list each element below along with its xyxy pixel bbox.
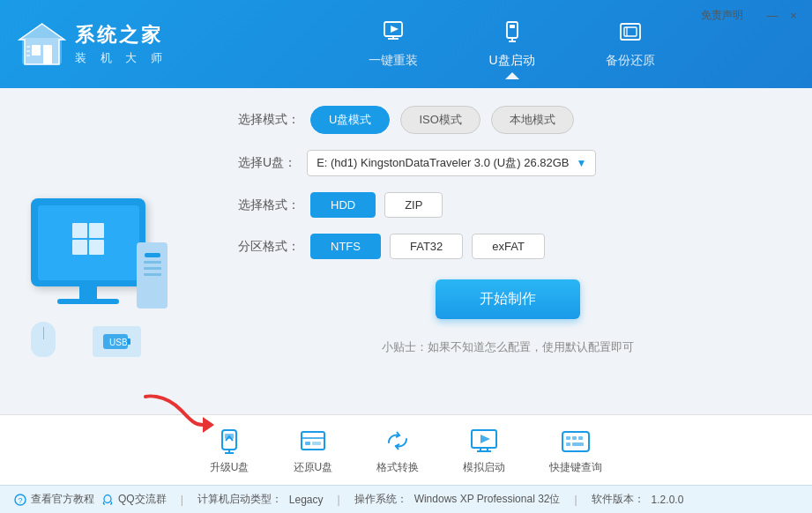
tower-btn1: [145, 253, 160, 257]
svg-rect-11: [507, 22, 518, 38]
statusbar: ? 查看官方教程 QQ交流群 | 计算机启动类型： Legacy | 操作系统：…: [0, 485, 812, 513]
statusbar-divider2: |: [338, 494, 340, 506]
computer-illustration: USB: [22, 198, 181, 375]
tower-slot3: [144, 273, 161, 276]
toolbar-convert[interactable]: 格式转换: [376, 425, 419, 475]
bottom-toolbar: 升级U盘 还原U盘 格式转换: [0, 414, 812, 485]
partition-buttons: NTFS FAT32 exFAT: [310, 234, 545, 259]
convert-icon: [382, 425, 413, 457]
usb-select-label: 选择U盘：: [238, 155, 296, 171]
toolbar-simulate-label: 模拟启动: [463, 460, 505, 475]
shortcut-icon: [560, 425, 592, 457]
svg-rect-43: [566, 442, 570, 446]
monitor-base: [57, 299, 119, 304]
usb-drive-illus: USB: [93, 326, 141, 357]
monitor-screen: [38, 205, 139, 280]
statusbar-divider3: |: [574, 494, 577, 506]
windows-logo: [71, 221, 106, 264]
partition-btn-fat32[interactable]: FAT32: [390, 234, 463, 259]
svg-rect-26: [222, 430, 236, 450]
svg-rect-30: [302, 432, 324, 450]
svg-rect-21: [89, 240, 104, 255]
tab-reinstall-label: 一键重装: [369, 53, 418, 69]
tower: [137, 242, 168, 309]
mode-btn-usb[interactable]: U盘模式: [310, 106, 390, 134]
usb-boot-icon: [500, 19, 525, 49]
svg-rect-40: [566, 436, 570, 440]
tutorial-link[interactable]: ? 查看官方教程: [14, 492, 94, 507]
tab-usb-label: U盘启动: [488, 53, 534, 69]
simulate-icon: [468, 425, 500, 457]
close-btn[interactable]: ×: [784, 5, 803, 25]
tip-text: 小贴士：如果不知道怎么配置，使用默认配置即可: [238, 339, 777, 355]
svg-text:USB: USB: [109, 338, 128, 347]
svg-rect-2: [32, 45, 41, 56]
monitor: [31, 198, 145, 286]
svg-rect-32: [305, 442, 310, 445]
version-label: 软件版本：: [592, 492, 644, 507]
mouse-illus: [31, 322, 56, 357]
header: 系统之家 装 机 大 师 一键重装: [0, 0, 812, 88]
version-value: 1.2.0.0: [652, 494, 684, 506]
svg-rect-18: [72, 223, 87, 238]
logo-subtitle: 装 机 大 师: [75, 50, 168, 66]
minimize-btn[interactable]: —: [763, 5, 782, 25]
toolbar-restore[interactable]: 还原U盘: [294, 425, 333, 475]
qq-icon: [101, 494, 114, 506]
svg-rect-20: [72, 240, 87, 255]
tutorial-text: 查看官方教程: [31, 492, 94, 507]
statusbar-divider1: |: [181, 494, 183, 506]
svg-rect-39: [562, 432, 589, 451]
start-btn-row: 开始制作: [238, 279, 777, 319]
toolbar-shortcut[interactable]: 快捷键查询: [549, 425, 602, 475]
logo-title: 系统之家: [75, 22, 168, 48]
tab-reinstall[interactable]: 一键重装: [333, 11, 453, 78]
reinstall-icon: [381, 19, 406, 49]
usb-select-row: 选择U盘： E: (hd1) KingstonDataTraveler 3.0 …: [238, 150, 777, 176]
mode-btn-local[interactable]: 本地模式: [491, 106, 574, 134]
usb-dropdown-value: E: (hd1) KingstonDataTraveler 3.0 (U盘) 2…: [317, 155, 569, 171]
backup-icon: [618, 19, 643, 49]
mouse-scroll: [43, 327, 44, 339]
restore-icon: [297, 425, 329, 457]
qq-link[interactable]: QQ交流群: [101, 492, 167, 507]
format-btn-hdd[interactable]: HDD: [310, 192, 376, 218]
disclaimer-link[interactable]: 免责声明: [701, 8, 743, 23]
tower-slot2: [144, 267, 161, 270]
upgrade-icon: [213, 425, 245, 457]
boot-label: 计算机启动类型：: [197, 492, 282, 507]
logo-area: 系统之家 装 机 大 师: [0, 20, 212, 69]
toolbar-restore-label: 还原U盘: [294, 460, 333, 475]
boot-type: Legacy: [289, 494, 324, 506]
svg-marker-1: [19, 24, 64, 64]
svg-rect-19: [89, 223, 104, 238]
partition-btn-exfat[interactable]: exFAT: [472, 234, 545, 259]
partition-row: 分区格式： NTFS FAT32 exFAT: [238, 234, 777, 259]
svg-rect-33: [312, 442, 321, 445]
mode-label: 选择模式：: [238, 112, 300, 128]
tab-backup[interactable]: 备份还原: [570, 11, 690, 78]
toolbar-convert-label: 格式转换: [376, 460, 419, 475]
tutorial-icon: ?: [14, 494, 26, 506]
qq-text: QQ交流群: [118, 492, 167, 507]
svg-rect-41: [572, 436, 577, 440]
svg-marker-8: [391, 26, 399, 33]
format-btn-zip[interactable]: ZIP: [384, 192, 443, 218]
partition-btn-ntfs[interactable]: NTFS: [310, 234, 381, 259]
svg-rect-42: [578, 436, 583, 440]
mode-btn-iso[interactable]: ISO模式: [400, 106, 480, 134]
mode-row: 选择模式： U盘模式 ISO模式 本地模式: [238, 106, 777, 134]
tab-usb-boot[interactable]: U盘启动: [453, 11, 570, 78]
svg-rect-16: [624, 27, 637, 36]
toolbar-simulate[interactable]: 模拟启动: [463, 425, 505, 475]
tab-backup-label: 备份还原: [606, 53, 655, 69]
format-buttons: HDD ZIP: [310, 192, 443, 218]
svg-rect-3: [43, 45, 52, 64]
red-arrow: [137, 388, 216, 436]
svg-marker-25: [203, 417, 214, 433]
svg-text:?: ?: [19, 496, 23, 505]
svg-rect-44: [572, 442, 584, 446]
usb-dropdown[interactable]: E: (hd1) KingstonDataTraveler 3.0 (U盘) 2…: [307, 150, 596, 176]
svg-marker-38: [480, 435, 490, 443]
start-button[interactable]: 开始制作: [436, 279, 580, 319]
